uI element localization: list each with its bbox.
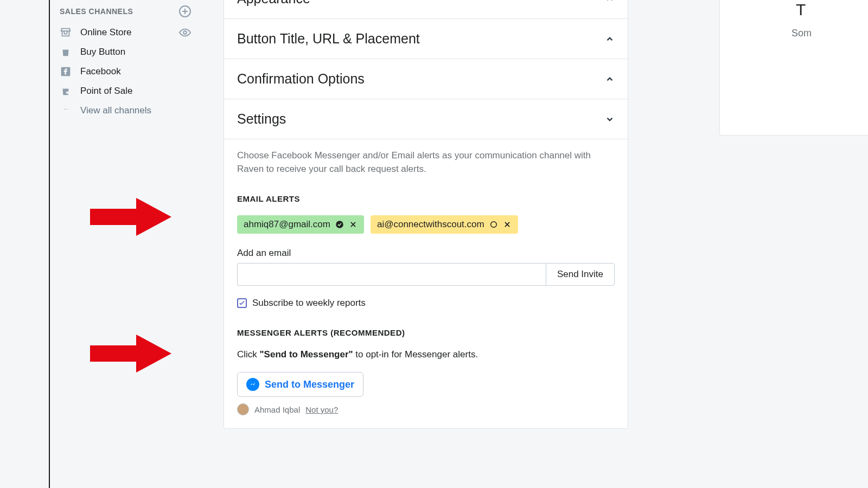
- remove-chip-icon[interactable]: [503, 220, 512, 229]
- chip-email: ai@connectwithscout.com: [377, 219, 484, 230]
- send-to-messenger-button[interactable]: Send to Messenger: [237, 372, 363, 397]
- appearance-title: Appearance: [237, 0, 310, 7]
- chevron-down-icon: [605, 114, 615, 124]
- remove-chip-icon[interactable]: [349, 220, 358, 229]
- sidebar-item-label: Facebook: [80, 66, 121, 77]
- confirmation-header[interactable]: Confirmation Options: [224, 59, 628, 99]
- messenger-alerts-heading: MESSENGER ALERTS (RECOMMENDED): [237, 328, 615, 337]
- chevron-up-icon: [605, 74, 615, 84]
- sidebar-item-view-all[interactable]: View all channels: [50, 101, 201, 120]
- settings-header[interactable]: Settings: [224, 99, 628, 139]
- sidebar-item-label: View all channels: [80, 105, 151, 116]
- email-chip-pending: ai@connectwithscout.com: [371, 215, 518, 234]
- right-card-sub: Som: [737, 28, 868, 39]
- settings-body: Choose Facebook Messenger and/or Email a…: [224, 139, 628, 428]
- sidebar-item-point-of-sale[interactable]: Point of Sale: [50, 81, 201, 101]
- facebook-icon: [60, 66, 72, 78]
- sidebar-item-online-store[interactable]: Online Store: [50, 23, 201, 42]
- settings-section: Settings Choose Facebook Messenger and/o…: [224, 99, 628, 428]
- button-title-title: Button Title, URL & Placement: [237, 31, 420, 47]
- add-email-row: Send Invite: [237, 263, 615, 286]
- svg-point-7: [490, 222, 496, 228]
- sidebar: SALES CHANNELS Online Store Buy Button F…: [49, 0, 201, 488]
- button-title-section: Button Title, URL & Placement: [224, 19, 628, 59]
- bag-icon: [60, 46, 72, 58]
- email-chips: ahmiq87@gmail.com ai@connectwithscout.co…: [237, 215, 615, 234]
- button-title-header[interactable]: Button Title, URL & Placement: [224, 19, 628, 59]
- messenger-instruction: Click "Send to Messenger" to opt-in for …: [237, 349, 615, 360]
- chip-email: ahmiq87@gmail.com: [244, 219, 330, 230]
- pending-icon: [489, 220, 499, 229]
- messenger-user-row: Ahmad Iqbal Not you?: [237, 403, 615, 415]
- svg-rect-2: [66, 92, 69, 94]
- svg-point-4: [65, 109, 66, 110]
- email-alerts-heading: EMAIL ALERTS: [237, 194, 615, 203]
- sidebar-item-facebook[interactable]: Facebook: [50, 62, 201, 81]
- email-chip-verified: ahmiq87@gmail.com: [237, 215, 364, 234]
- add-email-label: Add an email: [237, 248, 615, 259]
- not-you-link[interactable]: Not you?: [305, 405, 338, 414]
- chevron-up-icon: [605, 0, 615, 4]
- settings-description: Choose Facebook Messenger and/or Email a…: [237, 149, 615, 176]
- sidebar-header: SALES CHANNELS: [50, 4, 201, 23]
- send-invite-button[interactable]: Send Invite: [546, 263, 615, 286]
- messenger-icon: [246, 378, 259, 391]
- svg-point-5: [67, 109, 67, 110]
- sidebar-item-label: Buy Button: [80, 47, 125, 57]
- confirmation-title: Confirmation Options: [237, 71, 365, 87]
- appearance-header[interactable]: Appearance: [224, 0, 628, 18]
- sidebar-item-buy-button[interactable]: Buy Button: [50, 42, 201, 62]
- pos-icon: [60, 85, 72, 97]
- dots-icon: [60, 105, 72, 117]
- avatar: [237, 403, 249, 415]
- verified-icon: [335, 220, 344, 229]
- add-channel-icon[interactable]: [179, 5, 191, 17]
- store-icon: [60, 27, 72, 38]
- divider: [224, 139, 628, 139]
- svg-point-3: [64, 109, 65, 110]
- sidebar-item-label: Online Store: [80, 27, 132, 38]
- subscribe-label: Subscribe to weekly reports: [252, 298, 366, 309]
- subscribe-checkbox[interactable]: [237, 298, 247, 308]
- appearance-section: Appearance: [224, 0, 628, 19]
- right-card-heading: T: [737, 1, 868, 19]
- subscribe-row[interactable]: Subscribe to weekly reports: [237, 298, 615, 309]
- add-email-input[interactable]: [237, 263, 546, 286]
- eye-icon[interactable]: [179, 27, 191, 38]
- chevron-up-icon: [605, 34, 615, 44]
- svg-point-0: [183, 31, 187, 34]
- right-info-card: T Som: [719, 0, 868, 136]
- sales-channels-heading: SALES CHANNELS: [60, 7, 133, 16]
- confirmation-section: Confirmation Options: [224, 59, 628, 99]
- user-name: Ahmad Iqbal: [254, 405, 300, 414]
- settings-card: Appearance Button Title, URL & Placement…: [224, 0, 628, 429]
- settings-title: Settings: [237, 111, 286, 127]
- sidebar-item-label: Point of Sale: [80, 86, 132, 97]
